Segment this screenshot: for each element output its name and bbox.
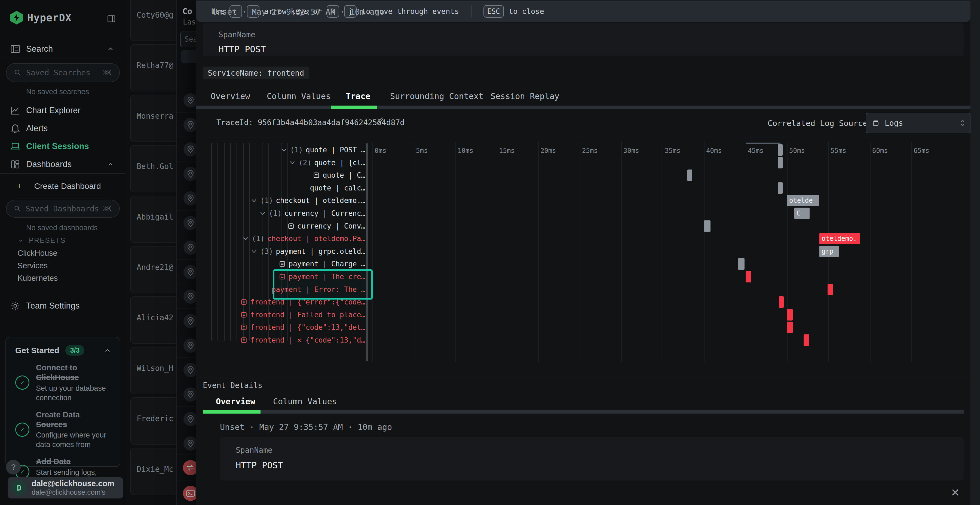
trace-span-row[interactable]: frontend | Failed to place… [207,308,369,321]
tab-ed-column-values[interactable]: Column Values [273,397,337,406]
tab-surrounding-context[interactable]: Surrounding Context [390,91,484,101]
trace-span-bar[interactable] [778,144,783,156]
trace-span-bar[interactable] [778,157,783,168]
trace-span-bar[interactable]: C [794,208,810,219]
grid-line [580,141,581,362]
trace-span-bar[interactable] [787,322,793,333]
trace-span-row[interactable]: quote | calc… [207,182,369,194]
trace-span-bar[interactable]: oteldemo. [819,233,860,245]
session-detail-subtitle: Las [183,18,197,26]
edit-pencil-icon[interactable] [375,116,385,125]
session-event-row[interactable] [177,137,197,162]
close-icon[interactable]: × [951,485,959,499]
session-event-row[interactable] [177,235,197,260]
sidebar-item-client-sessions[interactable]: Client Sessions [0,139,125,154]
sidebar-item-team-settings[interactable]: Team Settings [0,298,125,313]
session-event-row[interactable] [177,284,197,309]
session-name: Abbigail [137,213,178,221]
session-error-row[interactable] [177,480,197,505]
trace-span-row[interactable]: (2)quote | {cl… [207,156,369,169]
trace-span-bar[interactable] [704,221,711,232]
tab-ed-overview[interactable]: Overview [216,397,255,406]
ed-span-name-value: HTTP POST [236,460,964,470]
trace-span-bar[interactable] [738,258,745,270]
esc-key[interactable]: ESC [484,5,504,18]
trace-span-row[interactable]: (1)currency | Currenc… [207,207,369,219]
axis-tick-label: 65ms [913,147,929,154]
location-pin-icon [183,93,197,108]
question-mark-icon: ? [11,462,16,472]
trace-span-row[interactable]: (1)checkout | oteldemo.Pa… [207,232,369,245]
create-dashboard-button[interactable]: + Create Dashboard [17,181,101,191]
trace-span-row[interactable]: (3)payment | grpc.oteld… [207,245,369,258]
tab-session-replay[interactable]: Session Replay [490,91,559,101]
user-menu[interactable]: D dale@clickhouse.com dale@clickhouse.co… [8,477,123,499]
trace-span-bar[interactable]: otelde [787,195,819,206]
session-event-row[interactable] [177,87,197,113]
sidebar-item-dashboards[interactable]: Dashboards [0,157,125,172]
sidebar-item-alerts[interactable]: Alerts [0,121,125,136]
session-event-row[interactable] [177,308,197,333]
trace-span-label: frontend | Failed to place… [250,311,365,319]
get-started-item[interactable]: ✓Connect to ClickHouseSet up your databa… [15,363,112,403]
trace-span-row[interactable]: currency | Conv… [207,220,369,232]
trace-span-bar[interactable] [779,296,784,308]
session-event-row[interactable] [177,210,197,235]
session-event-row[interactable] [177,259,197,284]
sidebar-item-search[interactable]: Search [0,41,125,57]
session-event-row[interactable] [177,186,197,211]
saved-dashboards-input[interactable]: Saved Dashboards ⌘K [6,200,120,218]
session-event-row[interactable] [177,357,197,382]
trace-span-bar[interactable] [778,182,783,194]
trace-span-bar[interactable] [746,271,751,283]
session-event-row[interactable] [177,406,197,431]
session-event-row[interactable] [177,112,197,137]
chevron-up-icon[interactable] [103,346,111,354]
session-error-row[interactable] [177,454,197,481]
sidebar: HyperDX Search Saved Searches ⌘K No save… [0,0,126,505]
trace-waterfall: 0ms5ms10ms15ms20ms25ms30ms35ms40ms45ms50… [196,141,970,362]
trace-span-row[interactable]: (1)quote | POST … [207,144,369,156]
tab-overview[interactable]: Overview [211,91,250,101]
tab-column-values[interactable]: Column Values [267,91,331,101]
logs-icon [872,119,880,127]
session-event-row[interactable] [177,431,197,456]
location-pin-icon [183,437,197,451]
trace-span-row[interactable]: (1)checkout | oteldemo.… [207,194,369,207]
sidebar-item-chart-explorer[interactable]: Chart Explorer [0,103,125,118]
saved-searches-input[interactable]: Saved Searches ⌘K [6,63,120,82]
service-name-chip[interactable]: ServiceName: frontend [203,67,309,79]
trace-span-bar[interactable] [787,309,793,321]
trace-span-row[interactable]: frontend | × {"code":13,"d… [207,334,369,346]
trace-span-bar[interactable] [827,284,833,295]
location-pin-icon [183,167,197,181]
session-event-row[interactable] [177,161,197,186]
collapse-sidebar-icon[interactable] [107,14,116,24]
hyperdx-app: HyperDX Search Saved Searches ⌘K No save… [0,0,980,505]
span-name-card: SpanName HTTP POST [203,23,964,56]
trace-span-bar[interactable] [803,334,809,346]
session-name: Andre21@ [137,263,178,272]
grid-line [455,141,456,362]
select-chevrons-icon [959,118,966,128]
location-pin-icon [183,142,197,156]
sidebar-item-kubernetes[interactable]: Kubernetes [18,274,58,283]
get-started-item-title: Add Data [36,457,112,466]
sidebar-item-clickhouse[interactable]: ClickHouse [18,249,57,258]
axis-tick-label: 45ms [748,147,764,154]
presets-toggle[interactable]: PRESETS [18,236,65,245]
session-event-row[interactable] [177,382,197,407]
trace-span-row[interactable]: frontend | {"code":13,"det… [207,321,369,333]
session-name: Frederic [137,414,178,423]
sidebar-item-services[interactable]: Services [18,261,48,270]
tab-trace[interactable]: Trace [346,91,370,101]
get-started-item[interactable]: ✓Create Data SourcesConfigure where your… [15,410,112,450]
trace-span-row[interactable]: quote | C… [207,169,369,181]
trace-span-label: quote | calc… [310,184,366,192]
trace-span-bar[interactable]: grp [819,246,839,257]
session-event-row[interactable] [177,333,197,358]
log-source-select[interactable]: Logs [865,113,971,133]
trace-span-bar[interactable] [687,170,692,181]
trace-span-row[interactable]: payment | Charge … [207,258,369,270]
help-button[interactable]: ? [6,460,21,475]
